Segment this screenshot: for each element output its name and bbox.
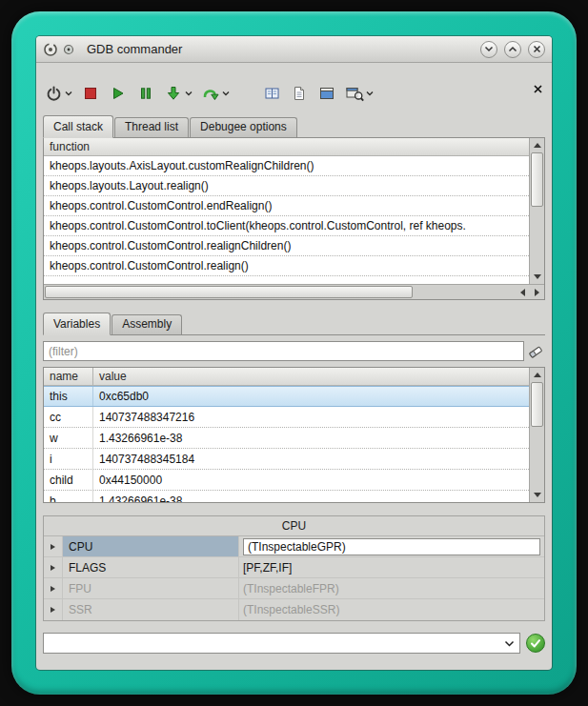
watch-window-dropdown-icon[interactable] — [365, 91, 375, 96]
top-tabs: Call stack Thread list Debugee options — [43, 115, 545, 138]
call-stack-column-header: function — [44, 138, 529, 156]
step-into-icon — [166, 86, 181, 101]
scroll-down-icon[interactable] — [530, 270, 544, 284]
scroll-left-icon[interactable] — [516, 285, 530, 299]
cpu-row-value: (TInspectableFPR) — [239, 578, 544, 598]
gdb-commander-window: GDB commander — [36, 36, 552, 670]
scroll-down-icon[interactable] — [530, 488, 544, 502]
variable-row[interactable]: cc 140737488347216 — [44, 407, 529, 428]
cpu-row-name: FPU — [63, 578, 239, 598]
call-stack-vscrollbar[interactable] — [529, 138, 544, 284]
filter-row — [43, 341, 545, 361]
function-column-label: function — [50, 140, 90, 153]
hscroll-thumb[interactable] — [45, 286, 413, 298]
variable-row[interactable]: b 1.43266961e-38 — [44, 491, 529, 502]
panel-close-icon[interactable] — [532, 83, 543, 94]
app-subicon — [63, 44, 74, 55]
cpu-row-name: SSR — [63, 599, 239, 620]
scroll-up-icon[interactable] — [530, 138, 544, 152]
unshade-button[interactable] — [504, 41, 521, 58]
call-stack-hscrollbar[interactable] — [44, 284, 544, 299]
variables-panel: name value this 0xc65db0 cc 140737488347… — [43, 367, 545, 503]
cpu-inspector: CPU CPU FLAGS [PF,ZF,IF] FPU (TInspectab… — [43, 515, 545, 621]
power-button[interactable] — [43, 82, 64, 105]
value-column-header: value — [93, 368, 529, 385]
cpu-row-name: CPU — [63, 536, 239, 556]
name-column-header: name — [44, 368, 93, 385]
call-stack-row[interactable]: kheops.control.CustomControl.toClient(kh… — [44, 216, 529, 236]
command-row — [43, 633, 545, 654]
window-icon — [319, 86, 335, 101]
variables-vscrollbar[interactable] — [529, 368, 544, 502]
command-combobox[interactable] — [43, 633, 520, 654]
variable-row[interactable]: i 140737488345184 — [44, 449, 529, 470]
app-icon — [43, 42, 58, 57]
pause-button[interactable] — [135, 82, 156, 105]
tab-assembly[interactable]: Assembly — [112, 314, 182, 334]
expand-icon[interactable] — [44, 557, 63, 577]
run-icon — [112, 87, 125, 100]
tab-call-stack[interactable]: Call stack — [43, 115, 113, 138]
tab-thread-list[interactable]: Thread list — [114, 117, 189, 137]
call-stack-row[interactable]: kheops.layouts.Layout.realign() — [44, 176, 529, 196]
tab-variables[interactable]: Variables — [43, 313, 111, 335]
cpu-value-input[interactable] — [243, 538, 540, 555]
close-button[interactable] — [528, 41, 545, 58]
stop-button[interactable] — [80, 82, 101, 105]
pause-icon — [139, 87, 152, 100]
scroll-right-icon[interactable] — [530, 285, 544, 299]
shade-button[interactable] — [480, 41, 497, 58]
power-icon — [46, 86, 62, 102]
close-icon — [533, 45, 541, 53]
vscroll-thumb[interactable] — [531, 152, 543, 207]
tab-debugee-options[interactable]: Debugee options — [190, 117, 297, 137]
middle-tabs: Variables Assembly — [43, 313, 545, 335]
debug-toolbar — [43, 80, 545, 107]
power-dropdown-icon[interactable] — [64, 91, 73, 96]
chevron-up-icon — [508, 46, 517, 52]
ok-button[interactable] — [526, 634, 545, 653]
call-stack-row[interactable]: kheops.control.CustomControl.realignChil… — [44, 236, 529, 256]
cpu-row-name: FLAGS — [63, 557, 239, 577]
check-icon — [530, 638, 541, 649]
step-into-button[interactable] — [163, 82, 184, 105]
cpu-panel-title: CPU — [44, 516, 544, 536]
variable-row[interactable]: child 0x44150000 — [44, 470, 529, 491]
variable-row-selected[interactable]: this 0xc65db0 — [44, 386, 529, 407]
open-book-button[interactable] — [261, 82, 282, 105]
cpu-row-ssr[interactable]: SSR (TInspectableSSR) — [44, 599, 544, 620]
vscroll-thumb[interactable] — [531, 382, 543, 427]
step-over-button[interactable] — [200, 82, 221, 105]
clear-filter-button[interactable] — [526, 344, 545, 359]
call-stack-row[interactable]: kheops.layouts.AxisLayout.customRealignC… — [44, 156, 529, 176]
cpu-row-flags[interactable]: FLAGS [PF,ZF,IF] — [44, 557, 544, 578]
titlebar[interactable]: GDB commander — [36, 36, 552, 63]
step-into-dropdown-icon[interactable] — [184, 91, 193, 96]
call-stack-panel: function kheops.layouts.AxisLayout.custo… — [43, 138, 545, 300]
step-over-dropdown-icon[interactable] — [221, 91, 231, 96]
screenshot-root: GDB commander — [0, 0, 588, 706]
watch-window-icon — [346, 86, 364, 102]
combo-dropdown-icon[interactable] — [504, 633, 515, 654]
step-over-icon — [202, 86, 219, 101]
expand-icon[interactable] — [44, 599, 63, 620]
expand-icon[interactable] — [44, 578, 63, 598]
document-button[interactable] — [289, 82, 310, 105]
cpu-row-value: (TInspectableSSR) — [239, 599, 544, 620]
run-button[interactable] — [108, 82, 129, 105]
cpu-row-value: [PF,ZF,IF] — [239, 557, 544, 577]
call-stack-row[interactable]: kheops.control.CustomControl.endRealign(… — [44, 196, 529, 216]
variables-filter-input[interactable] — [43, 341, 524, 361]
cpu-row-fpu[interactable]: FPU (TInspectableFPR) — [44, 578, 544, 599]
watch-window-button[interactable] — [344, 82, 365, 105]
command-input[interactable] — [43, 633, 520, 654]
window-title: GDB commander — [87, 42, 182, 56]
expand-icon[interactable] — [44, 536, 63, 556]
variable-row[interactable]: w 1.43266961e-38 — [44, 428, 529, 449]
scroll-up-icon[interactable] — [530, 368, 544, 382]
document-icon — [292, 86, 307, 101]
window-button[interactable] — [316, 82, 337, 105]
cpu-row-gpr[interactable]: CPU — [44, 536, 544, 557]
variables-table: name value this 0xc65db0 cc 140737488347… — [44, 368, 529, 502]
call-stack-row[interactable]: kheops.control.CustomControl.realign() — [44, 256, 529, 276]
